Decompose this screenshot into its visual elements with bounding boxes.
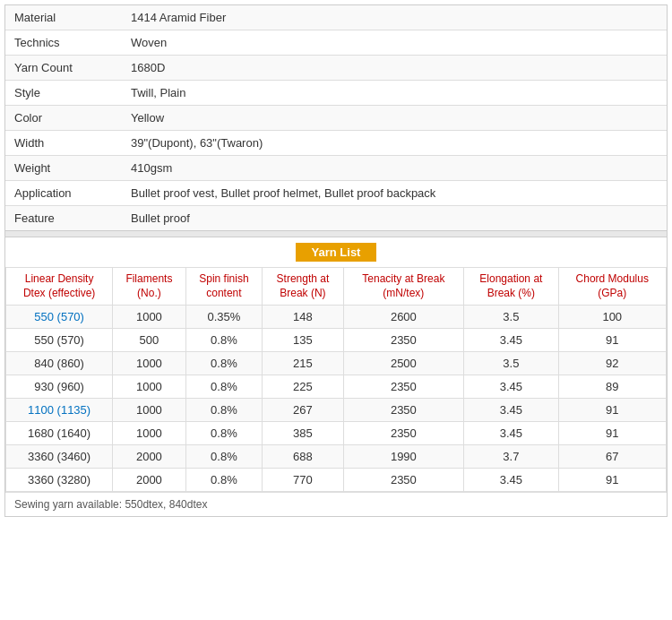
yarn-col-header-4: Tenacity at Break(mN/tex)	[343, 268, 464, 306]
yarn-cell-7-1: 2000	[113, 469, 185, 492]
yarn-cell-4-6: 91	[558, 399, 666, 422]
info-value-4: Yellow	[122, 106, 667, 131]
info-label-0: Material	[5, 5, 122, 30]
yarn-cell-5-3: 385	[263, 422, 343, 445]
yarn-cell-1-1: 500	[113, 329, 185, 352]
yarn-cell-0-3: 148	[263, 306, 343, 329]
yarn-cell-1-2: 0.8%	[185, 329, 263, 352]
yarn-col-header-6: Chord Modulus(GPa)	[558, 268, 666, 306]
yarn-cell-5-2: 0.8%	[185, 422, 263, 445]
section-divider	[5, 230, 667, 237]
yarn-cell-3-1: 1000	[113, 375, 185, 399]
yarn-cell-6-5: 3.7	[464, 445, 558, 469]
sewing-note: Sewing yarn available: 550dtex, 840dtex	[5, 492, 667, 516]
info-label-3: Style	[5, 81, 122, 106]
yarn-cell-2-4: 2500	[343, 352, 464, 375]
yarn-section: Yarn List Linear DensityDtex (effective)…	[5, 237, 667, 492]
yarn-cell-1-5: 3.45	[464, 329, 558, 352]
yarn-cell-3-6: 89	[558, 375, 666, 399]
yarn-cell-5-6: 91	[558, 422, 666, 445]
yarn-cell-0-4: 2600	[343, 306, 464, 329]
info-label-7: Application	[5, 181, 122, 206]
yarn-cell-7-3: 770	[263, 469, 343, 492]
info-label-6: Weight	[5, 156, 122, 181]
yarn-cell-2-2: 0.8%	[185, 352, 263, 375]
info-label-2: Yarn Count	[5, 56, 122, 81]
yarn-cell-2-3: 215	[263, 352, 343, 375]
yarn-cell-6-6: 67	[558, 445, 666, 469]
yarn-cell-1-4: 2350	[343, 329, 464, 352]
yarn-cell-7-2: 0.8%	[185, 469, 263, 492]
yarn-cell-0-2: 0.35%	[185, 306, 263, 329]
yarn-cell-4-3: 267	[263, 399, 343, 422]
yarn-cell-6-2: 0.8%	[185, 445, 263, 469]
yarn-cell-5-4: 2350	[343, 422, 464, 445]
yarn-cell-7-6: 91	[558, 469, 666, 492]
yarn-cell-1-6: 91	[558, 329, 666, 352]
yarn-title-row: Yarn List	[5, 237, 667, 267]
info-value-1: Woven	[122, 30, 667, 56]
product-card: Material1414 Aramid FiberTechnicsWovenYa…	[4, 4, 668, 517]
info-label-8: Feature	[5, 206, 122, 231]
yarn-cell-6-0: 3360 (3460)	[6, 445, 113, 469]
yarn-cell-3-3: 225	[263, 375, 343, 399]
yarn-cell-4-2: 0.8%	[185, 399, 263, 422]
info-value-0: 1414 Aramid Fiber	[122, 5, 667, 30]
info-table: Material1414 Aramid FiberTechnicsWovenYa…	[5, 5, 667, 230]
info-value-2: 1680D	[122, 56, 667, 81]
yarn-cell-7-5: 3.45	[464, 469, 558, 492]
yarn-col-header-3: Strength atBreak (N)	[263, 268, 343, 306]
yarn-cell-4-0: 1100 (1135)	[6, 399, 113, 422]
yarn-cell-4-4: 2350	[343, 399, 464, 422]
yarn-col-header-0: Linear DensityDtex (effective)	[6, 268, 113, 306]
yarn-cell-3-4: 2350	[343, 375, 464, 399]
yarn-cell-2-0: 840 (860)	[6, 352, 113, 375]
yarn-cell-1-0: 550 (570)	[6, 329, 113, 352]
yarn-cell-7-0: 3360 (3280)	[6, 469, 113, 492]
yarn-col-header-2: Spin finishcontent	[185, 268, 263, 306]
yarn-cell-0-6: 100	[558, 306, 666, 329]
yarn-cell-0-0: 550 (570)	[6, 306, 113, 329]
yarn-cell-5-0: 1680 (1640)	[6, 422, 113, 445]
info-value-5: 39"(Dupont), 63"(Twaron)	[122, 131, 667, 156]
yarn-cell-7-4: 2350	[343, 469, 464, 492]
info-label-4: Color	[5, 106, 122, 131]
yarn-cell-3-0: 930 (960)	[6, 375, 113, 399]
yarn-cell-6-3: 688	[263, 445, 343, 469]
yarn-cell-3-5: 3.45	[464, 375, 558, 399]
info-label-1: Technics	[5, 30, 122, 56]
yarn-cell-6-1: 2000	[113, 445, 185, 469]
yarn-cell-2-5: 3.5	[464, 352, 558, 375]
yarn-cell-4-5: 3.45	[464, 399, 558, 422]
yarn-cell-0-5: 3.5	[464, 306, 558, 329]
yarn-cell-3-2: 0.8%	[185, 375, 263, 399]
yarn-cell-2-1: 1000	[113, 352, 185, 375]
yarn-cell-1-3: 135	[263, 329, 343, 352]
yarn-table: Linear DensityDtex (effective)Filaments(…	[5, 267, 667, 492]
info-value-7: Bullet proof vest, Bullet proof helmet, …	[122, 181, 667, 206]
yarn-col-header-5: Elongation atBreak (%)	[464, 268, 558, 306]
info-value-6: 410gsm	[122, 156, 667, 181]
yarn-cell-0-1: 1000	[113, 306, 185, 329]
yarn-cell-5-1: 1000	[113, 422, 185, 445]
info-label-5: Width	[5, 131, 122, 156]
yarn-cell-6-4: 1990	[343, 445, 464, 469]
yarn-title: Yarn List	[296, 243, 377, 262]
yarn-cell-2-6: 92	[558, 352, 666, 375]
yarn-cell-5-5: 3.45	[464, 422, 558, 445]
info-value-8: Bullet proof	[122, 206, 667, 231]
yarn-cell-4-1: 1000	[113, 399, 185, 422]
yarn-col-header-1: Filaments(No.)	[113, 268, 185, 306]
info-value-3: Twill, Plain	[122, 81, 667, 106]
